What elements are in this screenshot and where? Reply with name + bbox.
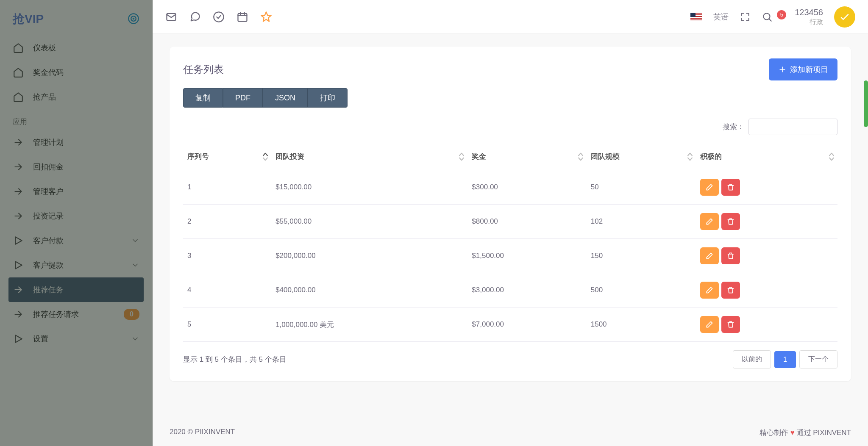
sidebar-item-settings[interactable]: 设置 [0,327,152,351]
search-input[interactable] [748,119,837,135]
footer-right: 精心制作 ♥ 通过 PIXINVENT [760,428,851,438]
cell-bonus: $1,500.00 [467,239,586,273]
sidebar-item-manage-client[interactable]: 管理客户 [0,179,152,204]
cell-sn: 3 [183,239,271,273]
nav-primary: 仪表板 奖金代码 抢产品 应用 管理计划 回扣佣金 管理客户 [0,36,152,355]
play-icon [13,235,24,246]
cell-size: 102 [587,205,696,239]
nav-section-apps: 应用 [0,109,152,130]
language-label[interactable]: 英语 [713,12,729,22]
sidebar-item-manage-plan[interactable]: 管理计划 [0,130,152,155]
svg-point-2 [133,18,134,19]
pager-prev[interactable]: 以前的 [733,350,771,368]
json-button[interactable]: JSON [263,88,308,108]
pager-next[interactable]: 下一个 [799,350,837,368]
arrow-right-icon [13,309,24,320]
cell-actions [696,205,837,239]
check-circle-icon[interactable] [213,11,225,23]
svg-point-4 [214,12,223,22]
export-buttons: 复制 PDF JSON 打印 [183,88,837,108]
delete-button[interactable] [721,179,740,196]
cell-inv: 1,000,000.00 美元 [271,307,467,342]
edit-button[interactable] [700,247,719,264]
cell-inv: $200,000.00 [271,239,467,273]
copy-button[interactable]: 复制 [183,88,223,108]
sidebar-item-referral-request[interactable]: 推荐任务请求 0 [0,302,152,327]
sidebar-item-bonus-code[interactable]: 奖金代码 [0,60,152,85]
svg-rect-5 [238,13,247,21]
sidebar-label: 推荐任务 [33,285,64,295]
sidebar-item-grab-product[interactable]: 抢产品 [0,85,152,109]
cell-sn: 1 [183,170,271,205]
data-table: 序列号 团队投资 奖金 团队规模 积极的 1 $15,000.00 $300.0… [183,143,837,342]
delete-button[interactable] [721,282,740,299]
col-invest[interactable]: 团队投资 [271,143,467,170]
sidebar-item-invest-record[interactable]: 投资记录 [0,204,152,228]
search-label: 搜索： [723,122,744,132]
delete-button[interactable] [721,316,740,333]
col-action[interactable]: 积极的 [696,143,837,170]
table-info: 显示 1 到 5 个条目，共 5 个条目 [183,355,287,364]
cell-size: 500 [587,273,696,307]
mail-icon[interactable] [165,11,177,23]
cell-bonus: $800.00 [467,205,586,239]
plus-icon [778,65,787,74]
table-row: 2 $55,000.00 $800.00 102 [183,205,837,239]
flag-icon[interactable] [690,13,702,21]
table-row: 3 $200,000.00 $1,500.00 150 [183,239,837,273]
arrow-right-icon [13,161,24,172]
col-bonus[interactable]: 奖金 [467,143,586,170]
play-icon [13,260,24,271]
cell-size: 150 [587,239,696,273]
calendar-icon[interactable] [236,11,248,23]
content: 任务列表 添加新项目 复制 PDF JSON 打印 搜索： [153,34,868,419]
sidebar-label: 设置 [33,334,48,344]
edit-button[interactable] [700,282,719,299]
user-role: 行政 [795,18,823,27]
sidebar-item-rebate[interactable]: 回扣佣金 [0,155,152,179]
sidebar-item-dashboard[interactable]: 仪表板 [0,36,152,60]
edit-button[interactable] [700,179,719,196]
user-box[interactable]: 123456 行政 [795,7,823,27]
cell-size: 50 [587,170,696,205]
maximize-icon[interactable] [740,11,751,22]
card-title: 任务列表 [183,63,224,76]
cell-sn: 5 [183,307,271,342]
sidebar-item-client-pay[interactable]: 客户付款 [0,228,152,253]
bell-badge: 5 [777,10,786,19]
pager: 以前的 1 下一个 [733,350,837,368]
card: 任务列表 添加新项目 复制 PDF JSON 打印 搜索： [170,47,851,381]
edit-button[interactable] [700,213,719,230]
add-new-button[interactable]: 添加新项目 [769,58,837,80]
star-icon[interactable] [260,11,272,23]
pager-page-1[interactable]: 1 [774,351,796,368]
table-row: 4 $400,000.00 $3,000.00 500 [183,273,837,307]
cell-actions [696,239,837,273]
count-badge: 0 [124,309,139,320]
cell-actions [696,307,837,342]
delete-button[interactable] [721,213,740,230]
col-serial[interactable]: 序列号 [183,143,271,170]
table-row: 1 $15,000.00 $300.00 50 [183,170,837,205]
arrow-right-icon [13,186,24,197]
main: 英语 5 123456 行政 任务列表 [153,0,868,446]
avatar[interactable] [834,6,855,28]
search-icon[interactable] [762,11,773,22]
delete-button[interactable] [721,247,740,264]
target-icon[interactable] [128,13,139,26]
cell-sn: 2 [183,205,271,239]
pdf-button[interactable]: PDF [223,88,263,108]
sidebar-label: 投资记录 [33,211,64,221]
chat-icon[interactable] [189,11,201,23]
print-button[interactable]: 打印 [308,88,348,108]
home-icon [13,42,24,53]
footer-left: 2020 © PIIXINVENT [170,428,235,438]
chevron-down-icon [131,261,139,269]
sidebar-item-referral-task[interactable]: 推荐任务 [8,277,144,302]
play-icon [13,333,24,344]
user-name: 123456 [795,7,823,18]
sidebar-item-client-withdraw[interactable]: 客户提款 [0,253,152,277]
col-size[interactable]: 团队规模 [587,143,696,170]
topbar: 英语 5 123456 行政 [153,0,868,34]
edit-button[interactable] [700,316,719,333]
